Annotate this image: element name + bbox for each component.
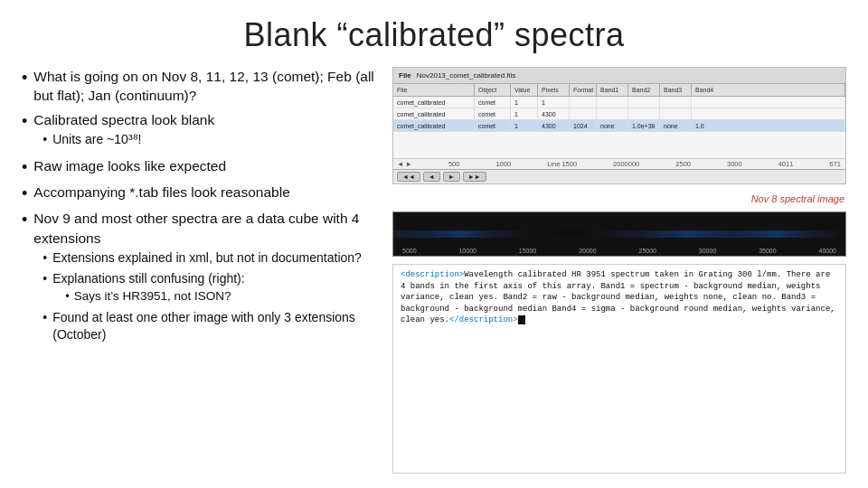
table-row-2: comet_calibrated comet 1 4300 1024 none …	[393, 120, 845, 132]
spectrum-image: 5000 10000 15000 20000 25000 30000 35000…	[392, 211, 846, 257]
x-label-6: 35000	[759, 248, 776, 254]
col-header-pixels: Pixels	[538, 84, 570, 96]
spectral-table: File Nov2013_comet_calibrated.fits File …	[392, 67, 846, 184]
bullet-dot-3: •	[22, 156, 27, 178]
sub-bullet-5-2-text: Explanations still confusing (right): • …	[52, 270, 244, 306]
bullet-3: • Raw image looks like expected	[22, 156, 374, 178]
toolbar-btn-4[interactable]: ►►	[463, 172, 486, 182]
sub-bullet-5-3: • Found at least one other image with on…	[42, 309, 374, 344]
bullet-2: • Calibrated spectra look blank • Units …	[22, 110, 374, 152]
sub-bullet-5-1-text: Extensions explained in xml, but not in …	[52, 249, 362, 267]
col-header-file: File	[393, 84, 475, 96]
sub-bullet-2-1: • Units are ~10³⁸!	[42, 131, 374, 149]
sub-bullet-5-3-text: Found at least one other image with only…	[52, 309, 374, 344]
sub-bullet-list-2: • Units are ~10³⁸!	[42, 131, 374, 149]
table-header: File Object Value Pixels Format Band1 Ba…	[393, 84, 845, 97]
x-label-4: 25000	[638, 248, 656, 254]
table-body: comet_calibrated comet 1 1 comet_calibra…	[393, 97, 845, 158]
x-label-2: 15000	[519, 248, 536, 254]
sub-sub-bullet-list-5-2: • Says it’s HR3951, not ISON?	[65, 288, 244, 305]
sub-bullet-dot-5-3: •	[42, 309, 47, 327]
table-row-1: comet_calibrated comet 1 4300	[393, 108, 845, 120]
col-header-format: Format	[570, 84, 597, 96]
bullet-1: • What is going on on Nov 8, 11, 12, 13 …	[22, 67, 374, 106]
right-column: File Nov2013_comet_calibrated.fits File …	[392, 67, 846, 474]
sub-bullet-dot-2-1: •	[42, 131, 47, 149]
description-block: <description>Wavelength calibrated HR 39…	[392, 264, 846, 474]
main-bullet-list: • What is going on on Nov 8, 11, 12, 13 …	[22, 67, 374, 351]
toolbar-btn-2[interactable]: ◄	[423, 172, 440, 182]
col-header-band2: Band2	[628, 84, 660, 96]
x-label-1: 10000	[458, 248, 476, 254]
col-header-band4: Band4	[692, 84, 845, 96]
sub-sub-bullet-5-2-1-text: Says it’s HR3951, not ISON?	[74, 288, 231, 305]
bullet-dot-4: •	[22, 183, 27, 204]
left-column: • What is going on on Nov 8, 11, 12, 13 …	[22, 67, 374, 474]
table-bottom-toolbar: ◄◄ ◄ ► ►►	[393, 169, 845, 183]
bullet-1-text: What is going on on Nov 8, 11, 12, 13 (c…	[33, 67, 374, 106]
bullet-dot-1: •	[22, 67, 27, 89]
sub-bullet-dot-5-1: •	[42, 249, 47, 267]
col-header-band1: Band1	[597, 84, 628, 96]
table-nav-row: ◄ ► 500 1000 Line 1500 2000000 2500 3000…	[393, 158, 845, 169]
sub-bullet-5-1: • Extensions explained in xml, but not i…	[42, 249, 374, 267]
col-header-band3: Band3	[660, 84, 692, 96]
cursor	[518, 315, 525, 324]
bullet-3-text: Raw image looks like expected	[33, 156, 374, 175]
bullet-5-text: Nov 9 and most other spectra are a data …	[33, 209, 374, 346]
content-area: • What is going on on Nov 8, 11, 12, 13 …	[22, 67, 846, 474]
bullet-2-text: Calibrated spectra look blank • Units ar…	[33, 110, 374, 152]
col-header-value: Value	[511, 84, 538, 96]
bullet-5: • Nov 9 and most other spectra are a dat…	[22, 209, 374, 346]
nov8-label: Nov 8 spectral image	[392, 193, 846, 204]
toolbar-btn-1[interactable]: ◄◄	[397, 172, 420, 182]
sub-sub-bullet-5-2-1: • Says it’s HR3951, not ISON?	[65, 288, 244, 305]
slide: Blank “calibrated” spectra • What is goi…	[0, 0, 868, 488]
bullet-4: • Accompanying *.tab files look reasonab…	[22, 183, 374, 204]
sub-bullet-list-5: • Extensions explained in xml, but not i…	[42, 249, 374, 343]
bullet-dot-2: •	[22, 110, 27, 132]
x-label-7: 40000	[819, 248, 836, 254]
tag-close: </description>	[449, 315, 518, 324]
sub-bullet-dot-5-2: •	[42, 270, 47, 288]
bullet-4-text: Accompanying *.tab files look reasonable	[33, 183, 374, 202]
spectrum-x-labels: 5000 10000 15000 20000 25000 30000 35000…	[393, 248, 845, 254]
toolbar-btn-3[interactable]: ►	[443, 172, 460, 182]
spectrum-bar	[393, 230, 845, 238]
bullet-dot-5: •	[22, 209, 27, 230]
sub-bullet-2-1-text: Units are ~10³⁸!	[52, 131, 141, 148]
table-row-0: comet_calibrated comet 1 1	[393, 97, 845, 108]
slide-title: Blank “calibrated” spectra	[22, 16, 846, 54]
sub-sub-dot-5-2-1: •	[65, 288, 70, 305]
x-label-5: 30000	[699, 248, 716, 254]
sub-bullet-5-2: • Explanations still confusing (right): …	[42, 270, 374, 306]
col-header-object: Object	[475, 84, 511, 96]
x-label-0: 5000	[402, 248, 417, 254]
x-label-3: 20000	[579, 248, 596, 254]
tag-open: <description>	[401, 270, 464, 279]
